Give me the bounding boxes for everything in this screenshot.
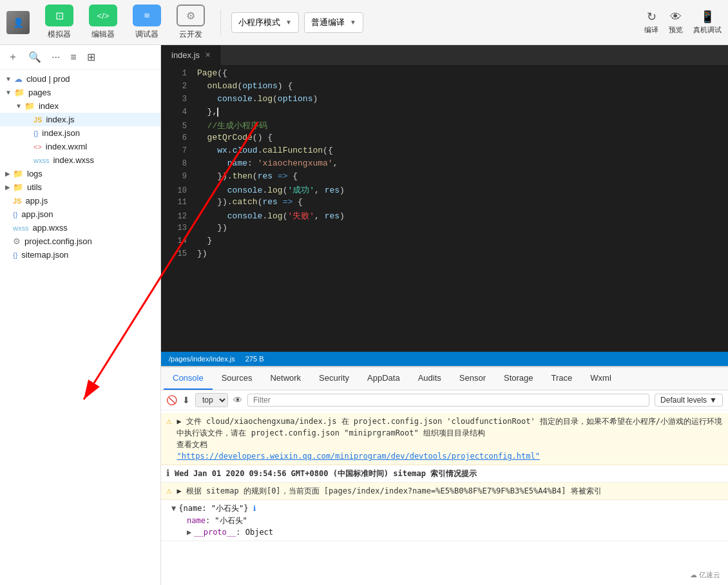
- realdevice-label: 真机调试: [693, 25, 722, 35]
- expand-icon[interactable]: ▼: [171, 504, 176, 513]
- tab-close-icon[interactable]: ✕: [205, 51, 211, 59]
- realdevice-icon: 📱: [700, 10, 714, 24]
- file-tree: ▼ ☁ cloud | prod ▼ 📁 pages ▼ 📁 index: [0, 70, 160, 585]
- code-line-10: 10 console.log('成功', res): [161, 184, 728, 197]
- sidebar-item-app-json[interactable]: ▶ {} app.json: [0, 207, 160, 221]
- tab-trace[interactable]: Trace: [542, 367, 582, 390]
- simulator-button[interactable]: ⊡ 模拟器: [40, 5, 79, 40]
- gear-icon: ⚙: [13, 236, 21, 246]
- app-js-label: app.js: [25, 196, 48, 206]
- compile-dropdown[interactable]: 普通编译 ▼: [304, 12, 363, 33]
- code-line-14: 14 }: [161, 236, 728, 249]
- editor-tab-index-js[interactable]: index.js ✕: [161, 45, 222, 65]
- sidebar-item-pages[interactable]: ▼ 📁 pages: [0, 86, 160, 99]
- file-size: 275 B: [245, 355, 264, 363]
- code-editor[interactable]: 1 Page({ 2 onLoad(options) { 3 console.l…: [161, 66, 728, 352]
- mode-dropdown[interactable]: 小程序模式 ▼: [231, 12, 299, 33]
- sidebar-item-sitemap-json[interactable]: ▶ {} sitemap.json: [0, 248, 160, 262]
- sidebar-item-logs[interactable]: ▶ 📁 logs: [0, 167, 160, 180]
- utils-arrow-icon: ▶: [5, 184, 10, 191]
- sidebar-item-cloud-prod[interactable]: ▼ ☁ cloud | prod: [0, 72, 160, 86]
- sidebar-item-index-folder[interactable]: ▼ 📁 index: [0, 99, 160, 113]
- cloud-icon: ⚙: [177, 5, 205, 26]
- json-icon: {}: [34, 129, 38, 137]
- avatar: 👤: [6, 11, 30, 34]
- tab-appdata[interactable]: AppData: [358, 367, 409, 390]
- info-icon: ℹ: [166, 468, 169, 478]
- json-icon: {}: [13, 251, 17, 259]
- cloud-icon: ☁: [14, 74, 23, 84]
- folder-icon: 📁: [24, 101, 35, 111]
- tab-label: index.js: [171, 50, 200, 60]
- realdevice-button[interactable]: 📱 真机调试: [693, 10, 722, 35]
- console-entry-info1: ℹ Wed Jan 01 2020 09:54:56 GMT+0800 (中国标…: [161, 465, 728, 483]
- logo-text: ☁ 亿速云: [690, 571, 720, 579]
- sidebar-item-index-js[interactable]: ▶ JS index.js: [0, 113, 160, 126]
- console-section: Console Sources Network Security AppData…: [161, 366, 728, 585]
- sidebar-item-utils[interactable]: ▶ 📁 utils: [0, 180, 160, 194]
- sidebar-item-index-json[interactable]: ▶ {} index.json: [0, 126, 160, 140]
- code-line-12: 12 console.log('失败', res): [161, 210, 728, 223]
- console-text-warn1: ▶ 文件 cloud/xiaochengxuma/index.js 在 proj…: [177, 416, 723, 462]
- index-wxml-label: index.wxml: [46, 142, 87, 151]
- code-line-7: 7 wx.cloud.callFunction({: [161, 146, 728, 158]
- code-line-11: 11 }).catch(res => {: [161, 197, 728, 210]
- sort-button[interactable]: ≡: [68, 50, 79, 64]
- file-path: /pages/index/index.js: [169, 355, 235, 363]
- levels-arrow-icon: ▼: [709, 396, 717, 405]
- sidebar-item-project-config[interactable]: ▶ ⚙ project.config.json: [0, 235, 160, 248]
- tab-audits[interactable]: Audits: [409, 367, 450, 390]
- tab-console[interactable]: Console: [164, 367, 213, 390]
- add-button[interactable]: ＋: [5, 49, 21, 65]
- code-line-15: 15 }): [161, 249, 728, 262]
- compile-arrow-icon: ▼: [350, 19, 356, 26]
- cloud-button[interactable]: ⚙ 云开发: [171, 5, 210, 40]
- toolbar-separator: [220, 10, 221, 35]
- code-line-8: 8 name: 'xiaochengxuma',: [161, 158, 728, 171]
- sidebar-item-app-js[interactable]: ▶ JS app.js: [0, 194, 160, 207]
- sidebar-toolbar: ＋ 🔍 ··· ≡ ⊞: [0, 45, 160, 70]
- editor-button[interactable]: </> 编辑器: [84, 5, 122, 40]
- wxml-icon: <>: [34, 143, 42, 151]
- tab-bar: index.js ✕: [161, 45, 728, 66]
- more-button[interactable]: ···: [49, 50, 62, 64]
- console-link[interactable]: "https://developers.weixin.qq.com/minipr…: [177, 452, 540, 461]
- code-line-4: 4 },: [161, 107, 728, 120]
- preview-button[interactable]: 👁 预览: [669, 10, 683, 35]
- tab-wxml[interactable]: Wxml: [581, 367, 620, 390]
- debugger-icon: ≋: [133, 5, 161, 26]
- tab-security[interactable]: Security: [310, 367, 358, 390]
- tab-sensor[interactable]: Sensor: [450, 367, 495, 390]
- console-toolbar: 🚫 ⬇ top 👁 Default levels ▼: [161, 390, 728, 410]
- pages-label: pages: [28, 88, 51, 97]
- tab-sources[interactable]: Sources: [213, 367, 262, 390]
- debugger-button[interactable]: ≋ 调试器: [128, 5, 166, 40]
- eye-icon: 👁: [233, 395, 242, 405]
- proto-expand-icon[interactable]: ▶: [187, 528, 191, 537]
- index-json-label: index.json: [42, 128, 80, 138]
- split-button[interactable]: ⊞: [84, 50, 98, 64]
- js-icon: JS: [34, 116, 42, 124]
- console-entry-warn2: ⚠ ▶ 根据 sitemap 的规则[0]，当前页面 [pages/index/…: [161, 483, 728, 500]
- warn-icon: ⚠: [166, 416, 171, 426]
- sidebar-item-app-wxss[interactable]: ▶ wxss app.wxss: [0, 221, 160, 235]
- tab-storage[interactable]: Storage: [495, 367, 542, 390]
- toolbar: 👤 ⊡ 模拟器 </> 编辑器 ≋ 调试器 ⚙ 云开发 小程序模式 ▼ 普通编译…: [0, 0, 728, 45]
- cloud-prod-label: cloud | prod: [26, 74, 70, 84]
- sidebar-item-index-wxml[interactable]: ▶ <> index.wxml: [0, 140, 160, 153]
- refresh-button[interactable]: ↻ 编译: [644, 10, 658, 35]
- logo: ☁ 亿速云: [690, 570, 720, 580]
- search-button[interactable]: 🔍: [26, 50, 44, 64]
- sidebar-item-index-wxss[interactable]: ▶ wxss index.wxss: [0, 153, 160, 167]
- wxss-icon: wxss: [13, 224, 28, 232]
- devtools-tabs: Console Sources Network Security AppData…: [161, 367, 728, 390]
- default-levels-dropdown[interactable]: Default levels ▼: [655, 394, 723, 407]
- js-icon: JS: [13, 197, 21, 205]
- tab-network[interactable]: Network: [261, 367, 310, 390]
- simulator-icon: ⊡: [45, 5, 73, 26]
- console-text-info1: Wed Jan 01 2020 09:54:56 GMT+0800 (中国标准时…: [175, 468, 477, 479]
- mode-arrow-icon: ▼: [285, 19, 292, 26]
- sidebar: ＋ 🔍 ··· ≡ ⊞ ▼ ☁ cloud | prod ▼ 📁 pages: [0, 45, 161, 585]
- console-filter-input[interactable]: [247, 394, 649, 407]
- context-selector[interactable]: top: [195, 393, 228, 407]
